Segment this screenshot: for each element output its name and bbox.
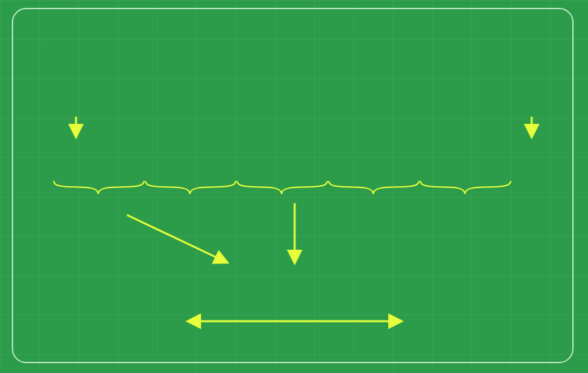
diagram-frame — [12, 8, 574, 363]
